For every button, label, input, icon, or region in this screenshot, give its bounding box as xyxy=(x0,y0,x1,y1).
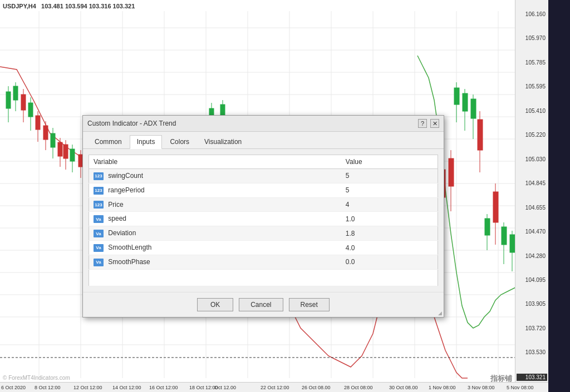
table-row[interactable]: Va speed 1.0 xyxy=(89,212,438,226)
time-label: 3 Nov 08:00 xyxy=(468,385,495,390)
table-row[interactable]: Va SmoothLength 4.0 xyxy=(89,241,438,255)
dialog-tabs: Common Inputs Colors Visualization xyxy=(83,132,444,149)
val-cell[interactable]: 4.0 xyxy=(341,241,438,255)
var-cell: Va speed xyxy=(89,212,341,226)
dialog-controls: ? ✕ xyxy=(418,119,439,128)
svg-rect-28 xyxy=(6,92,11,108)
price-label: 103.905 xyxy=(517,301,547,307)
dialog-body: Variable Value 123 swingCount 5 123 rang… xyxy=(83,149,444,292)
tab-visualization[interactable]: Visualization xyxy=(197,135,249,148)
var-name: SmoothPhase xyxy=(108,258,150,266)
var-cell: Va Deviation xyxy=(89,226,341,241)
time-label: 8 Oct 12:00 xyxy=(35,385,61,390)
price-axis: 106.160 105.970 105.785 105.595 105.410 … xyxy=(515,0,548,392)
time-label: 16 Oct 12:00 xyxy=(149,385,178,390)
time-label: 30 Oct 08.00 xyxy=(389,385,418,390)
price-label: 103.530 xyxy=(517,349,547,355)
time-label: 26 Oct 08.00 xyxy=(302,385,331,390)
table-row[interactable]: Va SmoothPhase 0.0 xyxy=(89,255,438,269)
svg-rect-58 xyxy=(43,126,48,140)
time-label: 22 Oct 12:00 xyxy=(261,385,289,390)
svg-rect-36 xyxy=(70,149,75,161)
var-name: Price xyxy=(108,201,123,209)
svg-rect-82 xyxy=(463,93,468,111)
svg-rect-34 xyxy=(51,133,55,147)
dialog-titlebar[interactable]: Custom Indicator - ADX Trend ? ✕ xyxy=(83,116,444,132)
time-label: Oct 12.00 xyxy=(214,385,236,390)
resize-handle[interactable]: ◢ xyxy=(438,310,442,316)
val-cell[interactable]: 1.0 xyxy=(341,212,438,226)
time-label: 18 Oct 12:00 xyxy=(189,385,218,390)
var-cell: Va SmoothLength xyxy=(89,241,341,255)
dialog-help-button[interactable]: ? xyxy=(418,119,427,128)
svg-rect-86 xyxy=(485,219,490,235)
svg-rect-80 xyxy=(454,88,459,105)
price-label: 105.220 xyxy=(517,132,547,138)
time-label: 14 Oct 12:00 xyxy=(112,385,141,390)
price-label: 105.785 xyxy=(517,59,547,66)
svg-rect-98 xyxy=(478,120,483,150)
svg-rect-32 xyxy=(28,103,33,117)
var-type-icon: 123 xyxy=(94,201,104,209)
table-row-empty xyxy=(89,269,438,286)
time-axis: 6 Oct 2020 8 Oct 12:00 12 Oct 12:00 14 O… xyxy=(0,382,548,392)
dialog-title: Custom Indicator - ADX Trend xyxy=(87,120,176,127)
price-label: 104.095 xyxy=(517,277,547,283)
val-cell[interactable]: 1.8 xyxy=(341,226,438,241)
time-label: 6 Oct 2020 xyxy=(1,385,26,390)
var-name: Deviation xyxy=(108,229,136,237)
svg-rect-90 xyxy=(510,235,515,252)
price-label-current: 103.321 xyxy=(517,374,547,381)
table-row[interactable]: Va Deviation 1.8 xyxy=(89,226,438,241)
var-type-icon: 123 xyxy=(94,172,104,180)
svg-rect-62 xyxy=(63,145,68,158)
time-label: 1 Nov 08:00 xyxy=(429,385,456,390)
var-name: speed xyxy=(108,215,126,222)
col-variable: Variable xyxy=(89,155,341,169)
svg-rect-60 xyxy=(58,142,62,156)
price-label: 104.470 xyxy=(517,229,547,235)
tab-colors[interactable]: Colors xyxy=(163,135,196,148)
val-cell[interactable]: 5 xyxy=(341,183,438,197)
col-value: Value xyxy=(341,155,438,169)
price-label: 106.160 xyxy=(517,11,547,17)
svg-rect-84 xyxy=(471,99,476,118)
val-cell[interactable]: 5 xyxy=(341,169,438,183)
var-type-icon: Va xyxy=(94,230,104,237)
val-cell[interactable]: 0.0 xyxy=(341,255,438,269)
var-name: swingCount xyxy=(108,172,143,180)
watermark-right: 指标铺 xyxy=(490,374,512,384)
var-name: rangePeriod xyxy=(108,186,144,194)
svg-rect-54 xyxy=(21,95,26,110)
cancel-button[interactable]: Cancel xyxy=(239,298,283,311)
reset-button[interactable]: Reset xyxy=(289,298,330,311)
table-row[interactable]: 123 swingCount 5 xyxy=(89,169,438,183)
var-cell: 123 Price xyxy=(89,197,341,212)
table-row[interactable]: 123 rangePeriod 5 xyxy=(89,183,438,197)
price-label: 105.410 xyxy=(517,108,547,114)
tab-common[interactable]: Common xyxy=(87,135,129,148)
price-label: 105.595 xyxy=(517,83,547,90)
svg-rect-88 xyxy=(502,227,507,245)
var-cell: 123 rangePeriod xyxy=(89,183,341,197)
var-type-icon: 123 xyxy=(94,187,104,195)
var-cell: Va SmoothPhase xyxy=(89,255,341,269)
dialog-close-button[interactable]: ✕ xyxy=(430,119,439,128)
price-label: 105.030 xyxy=(517,156,547,162)
watermark-left: © ForexMT4Indicators.com xyxy=(3,375,70,381)
var-type-icon: Va xyxy=(94,259,104,266)
var-name: SmoothLength xyxy=(108,244,151,251)
ok-button[interactable]: OK xyxy=(197,298,233,311)
price-label: 104.280 xyxy=(517,253,547,259)
time-label: 28 Oct 08:00 xyxy=(344,385,373,390)
val-cell[interactable]: 4 xyxy=(341,197,438,212)
param-table: Variable Value 123 swingCount 5 123 rang… xyxy=(89,155,438,286)
price-label: 104.845 xyxy=(517,180,547,186)
var-type-icon: Va xyxy=(94,244,104,252)
dialog: Custom Indicator - ADX Trend ? ✕ Common … xyxy=(82,115,444,317)
svg-rect-100 xyxy=(493,192,498,222)
table-row[interactable]: 123 Price 4 xyxy=(89,197,438,212)
tab-inputs[interactable]: Inputs xyxy=(130,135,163,149)
svg-rect-56 xyxy=(36,116,40,130)
time-label: 5 Nov 08:00 xyxy=(507,385,534,390)
